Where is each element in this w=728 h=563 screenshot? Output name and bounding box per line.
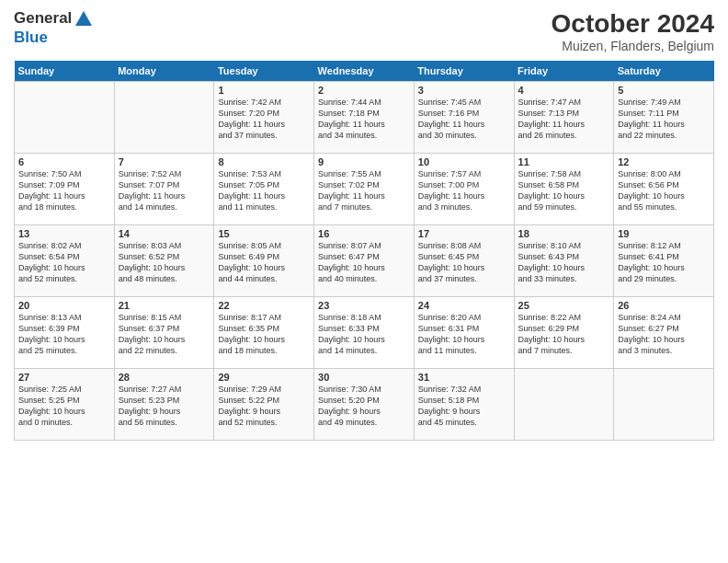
calendar-cell: 25Sunrise: 8:22 AMSunset: 6:29 PMDayligh… (514, 297, 614, 369)
day-info-line: Daylight: 11 hours (418, 119, 510, 130)
day-info-line: and 11 minutes. (418, 345, 510, 356)
week-row-5: 27Sunrise: 7:25 AMSunset: 5:25 PMDayligh… (15, 369, 714, 441)
calendar-cell: 3Sunrise: 7:45 AMSunset: 7:16 PMDaylight… (414, 82, 514, 154)
day-info-line: Sunset: 6:54 PM (18, 251, 110, 262)
day-info: Sunrise: 8:08 AMSunset: 6:45 PMDaylight:… (418, 240, 510, 285)
day-info-line: Daylight: 10 hours (618, 262, 710, 273)
day-info-line: Sunrise: 8:00 AM (618, 168, 710, 179)
day-info: Sunrise: 7:30 AMSunset: 5:20 PMDaylight:… (318, 384, 410, 429)
day-info-line: Sunrise: 8:15 AM (119, 312, 210, 323)
day-info-line: Sunrise: 7:58 AM (518, 168, 610, 179)
week-row-1: 1Sunrise: 7:42 AMSunset: 7:20 PMDaylight… (15, 82, 714, 154)
header: General Blue October 2024 Muizen, Flande… (14, 9, 714, 53)
day-info-line: Sunset: 7:16 PM (418, 108, 510, 119)
day-number: 23 (318, 300, 410, 311)
calendar-table: SundayMondayTuesdayWednesdayThursdayFrid… (14, 61, 714, 441)
logo-icon (74, 9, 94, 29)
day-number: 29 (218, 372, 310, 383)
calendar-cell: 9Sunrise: 7:55 AMSunset: 7:02 PMDaylight… (314, 154, 415, 225)
calendar-cell: 6Sunrise: 7:50 AMSunset: 7:09 PMDaylight… (15, 154, 115, 225)
day-info-line: Sunset: 7:07 PM (119, 179, 210, 190)
day-info: Sunrise: 7:29 AMSunset: 5:22 PMDaylight:… (218, 384, 310, 429)
day-info-line: and 52 minutes. (218, 417, 310, 428)
day-info-line: Sunset: 6:35 PM (218, 323, 310, 334)
day-number: 1 (218, 85, 310, 96)
day-info-line: Daylight: 10 hours (119, 334, 210, 345)
day-info-line: Sunset: 7:00 PM (418, 179, 510, 190)
day-info: Sunrise: 7:42 AMSunset: 7:20 PMDaylight:… (218, 97, 310, 142)
calendar-cell: 7Sunrise: 7:52 AMSunset: 7:07 PMDaylight… (114, 154, 214, 225)
day-info-line: Sunset: 6:29 PM (518, 323, 610, 334)
calendar-cell: 18Sunrise: 8:10 AMSunset: 6:43 PMDayligh… (514, 225, 614, 297)
calendar-cell: 23Sunrise: 8:18 AMSunset: 6:33 PMDayligh… (314, 297, 415, 369)
day-info-line: Sunrise: 8:13 AM (18, 312, 110, 323)
day-info-line: Sunrise: 8:20 AM (418, 312, 510, 323)
day-info: Sunrise: 8:03 AMSunset: 6:52 PMDaylight:… (119, 240, 210, 285)
day-info-line: and 25 minutes. (18, 345, 110, 356)
day-info-line: Daylight: 11 hours (218, 190, 310, 201)
day-info-line: and 14 minutes. (119, 201, 210, 213)
day-info-line: and 22 minutes. (618, 130, 710, 141)
day-info: Sunrise: 8:17 AMSunset: 6:35 PMDaylight:… (218, 312, 310, 357)
day-info-line: and 18 minutes. (218, 345, 310, 356)
day-info-line: Daylight: 10 hours (318, 334, 410, 345)
day-info: Sunrise: 7:49 AMSunset: 7:11 PMDaylight:… (618, 97, 710, 142)
day-info-line: and 30 minutes. (418, 130, 510, 141)
header-cell-monday: Monday (114, 61, 214, 82)
day-info-line: Sunrise: 7:53 AM (218, 168, 310, 179)
day-info: Sunrise: 7:50 AMSunset: 7:09 PMDaylight:… (18, 168, 110, 213)
calendar-cell (614, 369, 714, 441)
day-number: 28 (119, 372, 210, 383)
day-info-line: Sunrise: 7:57 AM (418, 168, 510, 179)
day-number: 18 (518, 228, 610, 239)
day-info: Sunrise: 7:55 AMSunset: 7:02 PMDaylight:… (318, 168, 410, 213)
day-number: 11 (518, 156, 610, 167)
day-info-line: Daylight: 11 hours (218, 119, 310, 130)
calendar-cell: 19Sunrise: 8:12 AMSunset: 6:41 PMDayligh… (614, 225, 714, 297)
day-info: Sunrise: 7:52 AMSunset: 7:07 PMDaylight:… (119, 168, 210, 213)
day-info-line: Sunset: 5:22 PM (218, 395, 310, 406)
calendar-cell: 14Sunrise: 8:03 AMSunset: 6:52 PMDayligh… (114, 225, 214, 297)
day-info-line: Sunset: 5:20 PM (318, 395, 410, 406)
day-number: 27 (18, 372, 110, 383)
day-info: Sunrise: 8:02 AMSunset: 6:54 PMDaylight:… (18, 240, 110, 285)
day-number: 22 (218, 300, 310, 311)
day-info: Sunrise: 7:44 AMSunset: 7:18 PMDaylight:… (318, 97, 410, 142)
day-number: 26 (618, 300, 710, 311)
calendar-cell: 30Sunrise: 7:30 AMSunset: 5:20 PMDayligh… (314, 369, 415, 441)
day-info-line: Daylight: 10 hours (18, 334, 110, 345)
day-number: 15 (218, 228, 310, 239)
day-info-line: Daylight: 9 hours (119, 406, 210, 417)
day-info: Sunrise: 7:58 AMSunset: 6:58 PMDaylight:… (518, 168, 610, 213)
header-cell-tuesday: Tuesday (214, 61, 314, 82)
day-info-line: and 3 minutes. (418, 201, 510, 213)
day-info-line: Daylight: 11 hours (119, 190, 210, 201)
day-info: Sunrise: 8:07 AMSunset: 6:47 PMDaylight:… (318, 240, 410, 285)
calendar-cell: 31Sunrise: 7:32 AMSunset: 5:18 PMDayligh… (414, 369, 514, 441)
day-info: Sunrise: 8:00 AMSunset: 6:56 PMDaylight:… (618, 168, 710, 213)
day-number: 20 (18, 300, 110, 311)
day-info-line: Daylight: 10 hours (418, 262, 510, 273)
header-row: SundayMondayTuesdayWednesdayThursdayFrid… (15, 61, 714, 82)
title-block: October 2024 Muizen, Flanders, Belgium (552, 9, 714, 53)
day-info-line: and 0 minutes. (18, 417, 110, 428)
day-info-line: Daylight: 10 hours (518, 334, 610, 345)
day-info-line: Daylight: 11 hours (318, 119, 410, 130)
day-info-line: Sunrise: 7:30 AM (318, 384, 410, 395)
day-info-line: Sunrise: 7:32 AM (418, 384, 510, 395)
day-info-line: and 18 minutes. (18, 201, 110, 213)
day-info-line: Sunrise: 7:27 AM (119, 384, 210, 395)
logo: General Blue (14, 9, 96, 45)
day-info-line: and 49 minutes. (318, 417, 410, 428)
day-info-line: and 33 minutes. (518, 273, 610, 284)
day-info-line: Sunset: 6:56 PM (618, 179, 710, 190)
day-info-line: Daylight: 9 hours (218, 406, 310, 417)
day-number: 9 (318, 156, 410, 167)
day-info: Sunrise: 8:12 AMSunset: 6:41 PMDaylight:… (618, 240, 710, 285)
day-info-line: and 45 minutes. (418, 417, 510, 428)
day-number: 16 (318, 228, 410, 239)
header-cell-wednesday: Wednesday (314, 61, 415, 82)
day-info-line: Daylight: 10 hours (518, 190, 610, 201)
day-info-line: Daylight: 10 hours (618, 334, 710, 345)
day-number: 14 (119, 228, 210, 239)
